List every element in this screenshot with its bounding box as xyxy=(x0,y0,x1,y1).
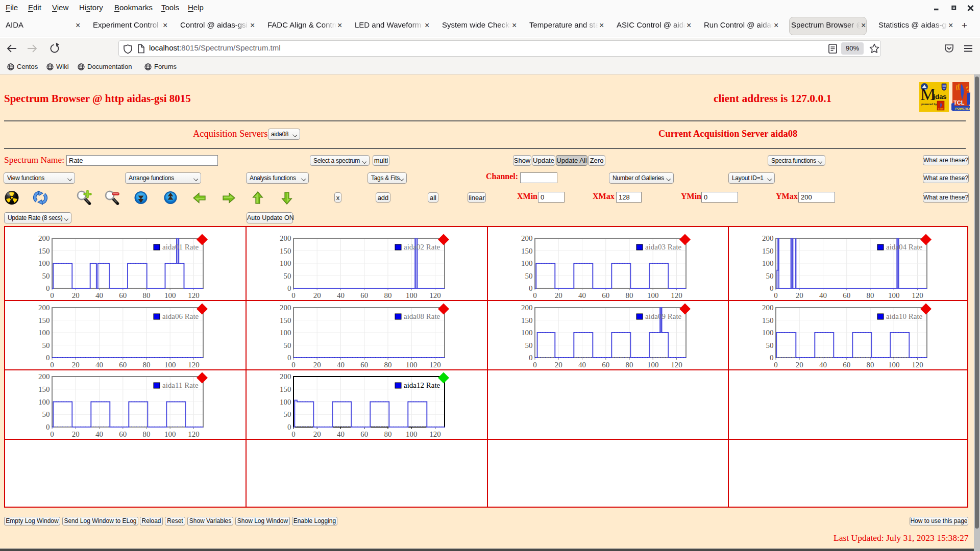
svg-text:150: 150 xyxy=(38,385,50,393)
svg-text:POWERED: POWERED xyxy=(955,107,971,110)
svg-text:150: 150 xyxy=(38,247,50,255)
svg-text:60: 60 xyxy=(360,430,368,438)
svg-text:100: 100 xyxy=(406,430,418,438)
svg-text:0: 0 xyxy=(770,284,774,292)
svg-text:100: 100 xyxy=(38,398,50,406)
svg-text:50: 50 xyxy=(525,341,533,349)
svg-text:0: 0 xyxy=(46,423,50,431)
svg-text:200: 200 xyxy=(280,234,291,242)
svg-text:150: 150 xyxy=(280,316,291,324)
svg-text:80: 80 xyxy=(867,361,874,369)
svg-text:120: 120 xyxy=(912,361,923,369)
svg-text:S I M P L E: S I M P L E xyxy=(938,108,946,110)
svg-text:100: 100 xyxy=(521,259,533,267)
svg-text:100: 100 xyxy=(38,329,50,337)
svg-text:80: 80 xyxy=(626,361,633,369)
svg-text:0: 0 xyxy=(50,430,54,438)
svg-text:200: 200 xyxy=(38,372,50,381)
svg-text:aida02 Rate: aida02 Rate xyxy=(404,243,440,251)
svg-text:150: 150 xyxy=(521,247,533,255)
svg-text:100: 100 xyxy=(888,361,900,369)
svg-text:aida10 Rate: aida10 Rate xyxy=(886,312,923,320)
svg-text:40: 40 xyxy=(337,430,345,438)
svg-text:150: 150 xyxy=(762,316,774,324)
svg-text:100: 100 xyxy=(762,259,774,267)
svg-text:200: 200 xyxy=(762,304,774,312)
svg-text:40: 40 xyxy=(819,361,827,369)
svg-text:0: 0 xyxy=(529,284,533,292)
svg-text:50: 50 xyxy=(42,272,50,280)
svg-text:20: 20 xyxy=(72,430,80,438)
svg-text:50: 50 xyxy=(525,272,533,280)
svg-text:aida06 Rate: aida06 Rate xyxy=(162,312,199,320)
svg-text:150: 150 xyxy=(762,247,774,255)
svg-text:0: 0 xyxy=(774,361,778,369)
svg-text:aida01 Rate: aida01 Rate xyxy=(162,243,199,251)
svg-text:100: 100 xyxy=(280,259,291,267)
svg-text:200: 200 xyxy=(38,304,50,312)
svg-text:aida08 Rate: aida08 Rate xyxy=(404,312,440,320)
svg-text:120: 120 xyxy=(429,430,441,438)
svg-text:40: 40 xyxy=(578,361,586,369)
svg-text:200: 200 xyxy=(762,234,774,242)
svg-text:aida09 Rate: aida09 Rate xyxy=(645,312,682,320)
svg-text:150: 150 xyxy=(280,385,291,393)
svg-text:0: 0 xyxy=(533,361,537,369)
svg-text:60: 60 xyxy=(602,361,609,369)
svg-text:0: 0 xyxy=(287,284,291,292)
svg-text:200: 200 xyxy=(280,372,291,381)
svg-text:0: 0 xyxy=(529,354,533,362)
svg-text:150: 150 xyxy=(38,316,50,324)
svg-text:0: 0 xyxy=(287,354,291,362)
svg-text:powered by: powered by xyxy=(921,103,938,106)
svg-text:aida03 Rate: aida03 Rate xyxy=(645,243,682,251)
svg-text:150: 150 xyxy=(521,316,533,324)
svg-text:50: 50 xyxy=(284,410,291,418)
svg-text:50: 50 xyxy=(42,410,50,418)
svg-text:0: 0 xyxy=(287,423,291,431)
svg-text:0: 0 xyxy=(770,354,774,362)
svg-text:100: 100 xyxy=(164,430,176,438)
svg-text:aida12 Rate: aida12 Rate xyxy=(404,381,440,389)
svg-text:100: 100 xyxy=(280,329,291,337)
svg-text:100: 100 xyxy=(647,361,659,369)
svg-text:50: 50 xyxy=(284,341,291,349)
svg-text:aida04 Rate: aida04 Rate xyxy=(886,243,923,251)
svg-text:100: 100 xyxy=(762,329,774,337)
svg-text:80: 80 xyxy=(143,430,151,438)
svg-text:50: 50 xyxy=(766,272,774,280)
svg-text:60: 60 xyxy=(843,361,850,369)
svg-text:120: 120 xyxy=(188,430,200,438)
svg-text:150: 150 xyxy=(280,247,291,255)
svg-text:120: 120 xyxy=(671,361,682,369)
svg-text:200: 200 xyxy=(521,234,533,242)
svg-text:20: 20 xyxy=(313,430,321,438)
svg-text:idas: idas xyxy=(934,93,947,101)
svg-text:20: 20 xyxy=(796,361,803,369)
svg-text:50: 50 xyxy=(42,341,50,349)
svg-text:50: 50 xyxy=(766,341,774,349)
svg-text:80: 80 xyxy=(384,430,392,438)
svg-text:40: 40 xyxy=(95,430,103,438)
svg-text:100: 100 xyxy=(521,329,533,337)
svg-text:TCL: TCL xyxy=(953,99,965,106)
svg-text:100: 100 xyxy=(38,259,50,267)
svg-text:200: 200 xyxy=(280,304,291,312)
svg-text:100: 100 xyxy=(280,398,291,406)
svg-text:aida11 Rate: aida11 Rate xyxy=(162,381,199,389)
svg-text:50: 50 xyxy=(284,272,291,280)
svg-text:200: 200 xyxy=(38,234,50,242)
svg-text:200: 200 xyxy=(521,304,533,312)
svg-text:60: 60 xyxy=(119,430,127,438)
svg-text:0: 0 xyxy=(291,430,296,438)
svg-text:20: 20 xyxy=(555,361,562,369)
svg-text:0: 0 xyxy=(46,284,50,292)
svg-text:0: 0 xyxy=(46,354,50,362)
